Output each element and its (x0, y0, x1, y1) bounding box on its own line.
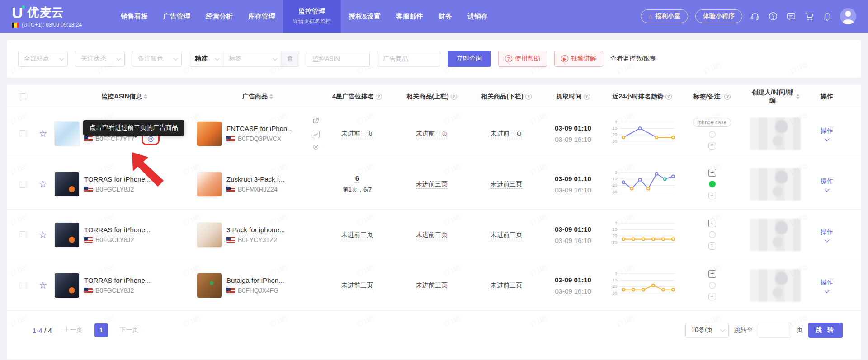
sort-icon[interactable] (796, 94, 800, 99)
video-guide-button[interactable]: ▶ 视频讲解 (554, 51, 603, 67)
info-icon[interactable]: ? (525, 94, 532, 100)
page-1-button[interactable]: 1 (94, 323, 108, 337)
next-page-button[interactable]: 下一页 (120, 326, 139, 334)
nav-item-auth-settings[interactable]: 授权&设置 (341, 0, 388, 33)
note-color-dot-green[interactable] (709, 181, 716, 187)
rank-value[interactable]: 未进前三页 (341, 231, 373, 239)
product-image[interactable] (197, 172, 222, 197)
goto-page-input[interactable] (759, 323, 791, 338)
row-action-menu[interactable]: 操作 (821, 127, 833, 140)
favorite-star-icon[interactable]: ☆ (39, 230, 47, 239)
related-bottom-value[interactable]: 未进前三页 (491, 231, 522, 239)
nav-item-customer-email[interactable]: 客服邮件 (388, 0, 431, 33)
favorite-star-icon[interactable]: ☆ (39, 281, 47, 290)
related-bottom-value[interactable]: 未进前三页 (491, 130, 522, 138)
info-icon[interactable]: ? (376, 94, 382, 100)
monitor-limit-link[interactable]: 查看监控数/限制 (610, 55, 656, 63)
follow-status-select[interactable]: 关注状态 (75, 51, 125, 67)
logo[interactable]: U 优麦云 (UTC+1): 03/09 09:18:24 (0, 0, 113, 33)
header-creator[interactable]: 创建人/时间/邮编 (744, 89, 807, 104)
eye-icon[interactable]: ◎ (313, 143, 318, 150)
help-icon[interactable] (768, 11, 778, 22)
sort-icon[interactable] (269, 94, 273, 99)
sort-icon[interactable] (144, 94, 147, 99)
nav-item-inventory[interactable]: 库存管理 (241, 0, 283, 33)
prev-page-button[interactable]: 上一页 (64, 326, 83, 334)
rank-value[interactable]: 6 (355, 174, 359, 183)
bell-icon[interactable] (822, 11, 833, 22)
note-color-select[interactable]: 备注颜色 (132, 51, 182, 67)
row-checkbox[interactable] (19, 130, 26, 137)
ad-title[interactable]: Zuskruci 3-Pack f... (226, 175, 284, 183)
add-tag-icon[interactable]: + (708, 220, 716, 227)
asin-title[interactable]: TORRAS for iPhone... (84, 226, 151, 234)
related-top-value[interactable]: 未进前三页 (416, 281, 448, 290)
product-image[interactable] (197, 121, 222, 146)
note-color-dot[interactable] (709, 282, 716, 289)
related-bottom-value[interactable]: 未进前三页 (491, 180, 522, 189)
row-action-menu[interactable]: 操作 (821, 279, 833, 292)
tag-chip[interactable]: iphnoe case (693, 118, 731, 127)
nav-item-finance[interactable]: 财务 (431, 0, 460, 33)
related-top-value[interactable]: 未进前三页 (416, 231, 448, 239)
favorite-star-icon[interactable]: ☆ (39, 179, 47, 189)
match-mode-select[interactable]: 精准 (189, 51, 223, 66)
note-color-dot[interactable] (709, 131, 716, 138)
asin-title[interactable]: TORRAS for iPhone... (84, 276, 151, 284)
ad-title[interactable]: FNTCASE for iPhon... (226, 125, 293, 132)
row-checkbox[interactable] (19, 181, 26, 188)
nav-item-sales-board[interactable]: 销售看板 (113, 0, 156, 33)
info-icon[interactable]: ? (665, 94, 672, 100)
product-image[interactable] (54, 172, 80, 197)
ad-title[interactable]: 3 Pack for iphone... (226, 226, 285, 234)
product-image[interactable] (54, 273, 80, 298)
row-checkbox[interactable] (19, 282, 26, 289)
asin-title[interactable]: TORRAS for iPhone... (84, 175, 151, 183)
select-all-checkbox[interactable] (19, 93, 26, 100)
rank-value[interactable]: 未进前三页 (341, 281, 373, 290)
product-image[interactable] (54, 121, 80, 146)
info-icon[interactable]: ? (451, 94, 457, 100)
query-button[interactable]: 立即查询 (448, 51, 491, 67)
user-avatar[interactable] (840, 8, 856, 24)
row-action-menu[interactable]: 操作 (821, 228, 833, 242)
favorite-star-icon[interactable]: ☆ (39, 129, 47, 138)
row-checkbox[interactable] (19, 231, 26, 238)
related-top-value[interactable]: 未进前三页 (416, 180, 448, 189)
product-image[interactable] (197, 273, 222, 298)
feedback-icon[interactable] (786, 11, 797, 22)
nav-item-monitoring-active[interactable]: 监控管理 详情页排名监控 (283, 0, 341, 33)
note-color-dot[interactable] (709, 231, 716, 238)
export-icon[interactable] (312, 117, 319, 126)
add-tag-icon[interactable]: + (708, 169, 716, 177)
memo-icon[interactable]: = (708, 142, 716, 150)
monitor-asin-input[interactable] (307, 51, 370, 67)
header-ad-product[interactable]: 广告商品 (197, 93, 319, 101)
clear-tag-button[interactable] (281, 51, 299, 66)
nav-item-ad-management[interactable]: 广告管理 (156, 0, 198, 33)
memo-icon[interactable]: = (708, 293, 716, 300)
ad-product-input[interactable] (377, 51, 440, 67)
welfare-house-button[interactable]: ⌂ 福利小屋 (641, 9, 688, 23)
rank-value[interactable]: 未进前三页 (341, 130, 373, 138)
related-top-value[interactable]: 未进前三页 (416, 130, 448, 138)
cart-icon[interactable] (804, 11, 815, 22)
header-asin-info[interactable]: 监控ASIN信息 (54, 93, 194, 101)
info-icon[interactable]: ? (584, 94, 590, 100)
add-tag-icon[interactable]: + (708, 270, 716, 278)
site-select[interactable]: 全部站点 (18, 51, 68, 67)
nav-item-business-analysis[interactable]: 经营分析 (198, 0, 241, 33)
memo-icon[interactable]: = (708, 242, 716, 250)
page-size-select[interactable]: 10条/页 (685, 323, 729, 338)
related-bottom-value[interactable]: 未进前三页 (491, 281, 522, 290)
customer-service-icon[interactable] (750, 11, 760, 22)
memo-icon[interactable]: = (708, 192, 716, 199)
row-action-menu[interactable]: 操作 (821, 178, 833, 191)
product-image[interactable] (197, 222, 222, 248)
mini-program-button[interactable]: 体验小程序 (695, 9, 742, 23)
product-image[interactable] (54, 222, 80, 248)
ad-title[interactable]: Butaiga for iPhon... (226, 276, 284, 284)
nav-item-purchase-sale-stock[interactable]: 进销存 (460, 0, 495, 33)
help-button[interactable]: ? 使用帮助 (498, 51, 547, 67)
trend-chart-icon[interactable] (312, 131, 320, 138)
